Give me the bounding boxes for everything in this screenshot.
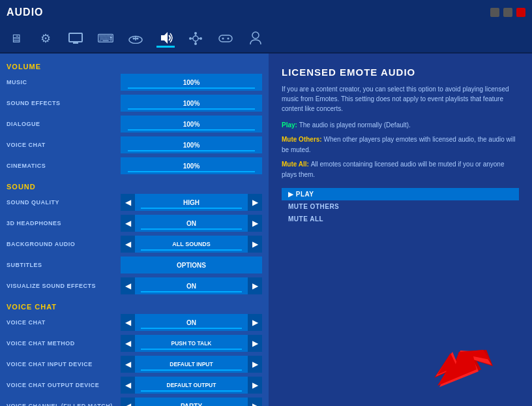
setting-vc-output: VOICE CHAT OUTPUT DEVICE ◀ DEFAULT OUTPU… [0,375,269,396]
options-list: ▶ PLAY MUTE OTHERS MUTE ALL [282,188,519,225]
vc-on-value: ON [135,314,248,331]
highlight-mute-all-text: All emotes containing licensed audio wil… [282,161,504,178]
svg-point-12 [194,42,197,45]
main-area: VOLUME MUSIC 100% SOUND EFFECTS 100% DIA… [0,54,532,406]
maximize-button[interactable] [503,8,512,17]
audio-active-icon[interactable] [156,29,175,48]
label-3d-headphones: 3D HEADPHONES [7,220,121,226]
left-panel: VOLUME MUSIC 100% SOUND EFFECTS 100% DIA… [0,54,269,406]
red-arrow-svg [434,347,493,389]
svg-marker-23 [437,350,490,386]
setting-3d-headphones: 3D HEADPHONES ◀ ON ▶ [0,213,269,234]
option-mute-others[interactable]: MUTE OTHERS [282,200,519,213]
arrow-bg-audio: ◀ ALL SOUNDS ▶ [121,236,262,253]
vol-voicechat[interactable]: 100% [121,136,262,153]
label-vc-input: VOICE CHAT INPUT DEVICE [7,361,121,367]
vc-output-right[interactable]: ▶ [248,377,262,394]
vis-sfx-right[interactable]: ▶ [248,277,262,294]
setting-sound-quality: SOUND QUALITY ◀ HIGH ▶ [0,192,269,213]
option-mute-all[interactable]: MUTE ALL [282,213,519,225]
arrow-vis-sfx: ◀ ON ▶ [121,277,262,294]
highlight-play-text: The audio is played normally (Default). [299,121,411,129]
vol-dialogue[interactable]: 100% [121,116,262,133]
keyboard-icon[interactable]: ⌨ [96,29,115,48]
label-sfx: SOUND EFFECTS [7,100,121,106]
bg-audio-value: ALL SOUNDS [135,236,248,253]
vc-input-right[interactable]: ▶ [248,356,262,373]
controller2-icon[interactable] [126,29,145,48]
subtitles-options-btn[interactable]: OPTIONS [121,257,262,273]
setting-vis-sfx: VISUALIZE SOUND EFFECTS ◀ ON ▶ [0,275,269,296]
highlight-play: Play: The audio is played normally (Defa… [282,120,519,131]
vol-cinematics[interactable]: 100% [121,157,262,174]
vc-channel-value: PARTY [135,398,248,406]
vc-input-value: DEFAULT INPUT [135,356,248,373]
minimize-button[interactable] [490,8,499,17]
option-play[interactable]: ▶ PLAY [282,188,519,200]
close-button[interactable] [516,8,525,17]
network-icon[interactable] [186,29,205,48]
right-panel: LICENSED EMOTE AUDIO If you are a conten… [269,54,532,406]
vc-channel-left[interactable]: ◀ [121,398,135,406]
setting-vc-method: VOICE CHAT METHOD ◀ PUSH TO TALK ▶ [0,333,269,354]
section-header-sound: SOUND [0,179,269,192]
3d-headphones-left[interactable]: ◀ [121,215,135,232]
svg-rect-0 [69,33,82,42]
label-subtitles: SUBTITLES [7,262,121,268]
svg-point-20 [252,32,259,39]
arrow-vc-method: ◀ PUSH TO TALK ▶ [121,335,262,352]
3d-headphones-value: ON [135,215,248,232]
svg-rect-1 [73,42,78,44]
section-header-volume: VOLUME [0,59,269,72]
user-icon[interactable] [246,29,265,48]
setting-cinematics: CINEMATICS 100% [0,155,269,176]
window-title: Audio [7,7,44,18]
setting-subtitles: SUBTITLES OPTIONS [0,255,269,275]
vc-method-right[interactable]: ▶ [248,335,262,352]
svg-point-11 [194,32,197,35]
svg-point-9 [189,37,192,40]
svg-rect-17 [219,35,232,42]
highlight-mute-others-label: Mute Others: [282,136,323,143]
setting-vc-input: VOICE CHAT INPUT DEVICE ◀ DEFAULT INPUT … [0,354,269,375]
info-title: LICENSED EMOTE AUDIO [282,67,519,78]
titlebar: Audio [0,0,532,25]
arrow-vc-output: ◀ DEFAULT OUTPUT ▶ [121,377,262,394]
setting-sfx: SOUND EFFECTS 100% [0,93,269,114]
svg-marker-7 [161,32,168,44]
svg-point-19 [228,38,229,40]
vc-input-left[interactable]: ◀ [121,356,135,373]
setting-dialogue: DIALOGUE 100% [0,114,269,134]
sound-quality-right[interactable]: ▶ [248,194,262,211]
setting-music: MUSIC 100% [0,72,269,93]
label-vc-output: VOICE CHAT OUTPUT DEVICE [7,382,121,388]
bg-audio-left[interactable]: ◀ [121,236,135,253]
vc-method-left[interactable]: ◀ [121,335,135,352]
vc-on-right[interactable]: ▶ [248,314,262,331]
label-vc-method: VOICE CHAT METHOD [7,340,121,347]
label-sound-quality: SOUND QUALITY [7,199,121,206]
vc-channel-right[interactable]: ▶ [248,398,262,406]
vc-on-left[interactable]: ◀ [121,314,135,331]
arrow-vc-channel: ◀ PARTY ▶ [121,398,262,406]
setting-vc-channel: VOICE CHANNEL (FILLED MATCH) ◀ PARTY ▶ [0,396,269,406]
gamepad-icon[interactable] [216,29,235,48]
vis-sfx-left[interactable]: ◀ [121,277,135,294]
label-vc-on: VOICE CHAT [7,319,121,326]
3d-headphones-right[interactable]: ▶ [248,215,262,232]
highlight-play-label: Play: [282,121,299,129]
arrow-sound-quality: ◀ HIGH ▶ [121,194,262,211]
navbar: 🖥 ⚙ ⌨ [0,25,532,54]
display-settings-icon[interactable] [66,29,85,48]
highlight-mute-all-label: Mute All: [282,161,311,168]
vol-sfx[interactable]: 100% [121,95,262,112]
vc-output-left[interactable]: ◀ [121,377,135,394]
label-music: MUSIC [7,79,121,86]
label-vc-channel: VOICE CHANNEL (FILLED MATCH) [7,403,121,406]
vol-music[interactable]: 100% [121,74,262,91]
label-dialogue: DIALOGUE [7,121,121,127]
bg-audio-right[interactable]: ▶ [248,236,262,253]
monitor-icon[interactable]: 🖥 [7,29,25,48]
gear-icon[interactable]: ⚙ [37,29,55,48]
sound-quality-left[interactable]: ◀ [121,194,135,211]
